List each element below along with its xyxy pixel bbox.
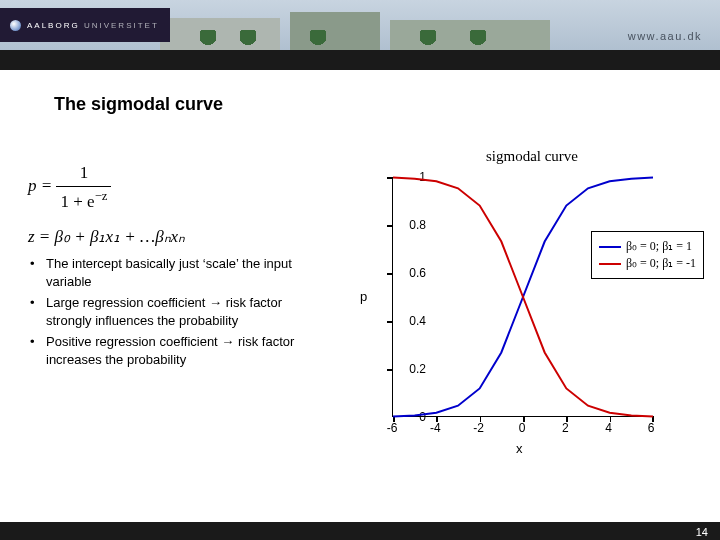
- legend-swatch-blue: [599, 246, 621, 248]
- sigmoid-chart: 1 0.8 0.6 0.4 0.2 0 p -6 -4 -2 0: [352, 169, 692, 459]
- x-tick-label: -6: [387, 421, 398, 435]
- page-title: The sigmodal curve: [54, 94, 720, 115]
- logo-globe-icon: [10, 20, 21, 31]
- legend-label: β₀ = 0; β₁ = -1: [626, 256, 696, 271]
- university-logo: AALBORG UNIVERSITET: [0, 8, 170, 42]
- bullet-list: The intercept basically just ‘scale’ the…: [22, 255, 322, 372]
- list-item: Large regression coefficient → risk fact…: [22, 294, 322, 329]
- banner-strip: [0, 50, 720, 70]
- plot-area: [392, 177, 652, 417]
- footer-bar: 14: [0, 522, 720, 540]
- logo-text: AALBORG UNIVERSITET: [27, 21, 159, 30]
- chart-title: sigmodal curve: [352, 148, 712, 165]
- legend-swatch-red: [599, 263, 621, 265]
- curve-negative: [393, 177, 653, 416]
- header-banner: AALBORG UNIVERSITET www.aau.dk: [0, 0, 720, 70]
- y-axis-label: p: [360, 289, 367, 304]
- x-tick-label: -4: [430, 421, 441, 435]
- formula-block: p = 1 1 + e−z z = β₀ + β₁x₁ + …βₙxₙ: [28, 160, 185, 249]
- legend-item: β₀ = 0; β₁ = -1: [599, 256, 696, 271]
- x-tick-label: 6: [648, 421, 655, 435]
- list-item: Positive regression coefficient → risk f…: [22, 333, 322, 368]
- x-axis-label: x: [516, 441, 523, 456]
- page-number: 14: [696, 526, 708, 538]
- formula-z: z = β₀ + β₁x₁ + …βₙxₙ: [28, 224, 185, 250]
- legend-label: β₀ = 0; β₁ = 1: [626, 239, 692, 254]
- chart-container: sigmodal curve 1 0.8 0.6 0.4 0.2 0 p: [352, 148, 712, 459]
- chart-legend: β₀ = 0; β₁ = 1 β₀ = 0; β₁ = -1: [591, 231, 704, 279]
- x-tick-label: 0: [519, 421, 526, 435]
- x-tick-label: 4: [605, 421, 612, 435]
- x-tick-label: -2: [473, 421, 484, 435]
- site-url: www.aau.dk: [628, 30, 702, 42]
- list-item: The intercept basically just ‘scale’ the…: [22, 255, 322, 290]
- legend-item: β₀ = 0; β₁ = 1: [599, 239, 696, 254]
- chart-curves: [393, 177, 653, 417]
- x-tick-label: 2: [562, 421, 569, 435]
- formula-p: p = 1 1 + e−z: [28, 160, 185, 214]
